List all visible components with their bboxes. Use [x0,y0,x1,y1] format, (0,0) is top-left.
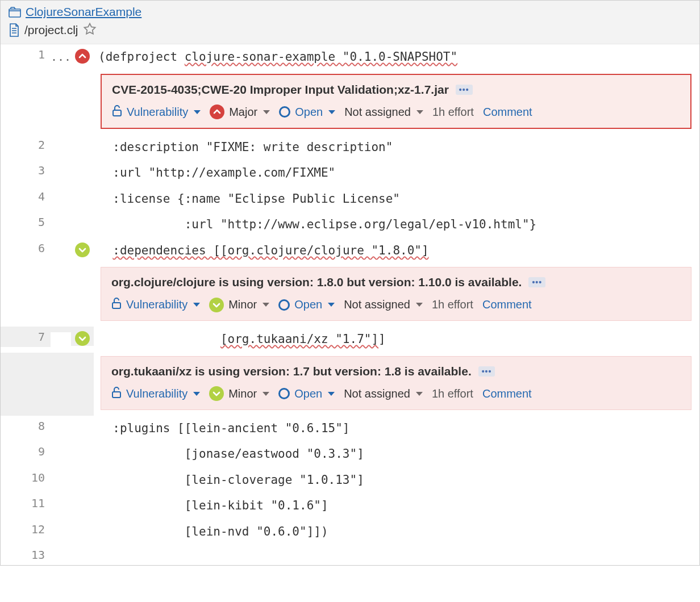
file-header: ClojureSonarExample /project.clj [1,1,699,44]
line-number[interactable]: 10 [1,467,51,488]
source-viewer: ClojureSonarExample /project.clj 1 ... [0,0,700,566]
issue-actions-menu[interactable]: ••• [478,366,495,377]
code-text: [lein-cloverage "1.0.13"] [94,467,699,494]
status-open-icon [278,388,290,399]
issue-card[interactable]: org.tukaani/xz is using version: 1.7 but… [1,353,699,416]
code-text: :plugins [[lein-ancient "0.6.15"] [94,416,699,442]
line-number[interactable]: 7 [1,327,51,347]
issue-status-dropdown[interactable]: Open [278,298,335,311]
line-number[interactable]: 9 [1,441,51,462]
severity-minor-icon [75,243,90,257]
issue-assignee-dropdown[interactable]: Not assigned [344,106,423,119]
caret-down-icon [193,303,200,307]
issue-type-dropdown[interactable]: Vulnerability [112,104,201,120]
unlock-icon [112,104,122,120]
line-number[interactable]: 11 [1,493,51,513]
project-icon [9,6,21,18]
code-text: :license {:name "Eclipse Public License" [94,186,699,212]
unlock-icon [111,386,122,402]
caret-down-icon [328,392,335,396]
issue-comment-link[interactable]: Comment [482,298,532,311]
line-number[interactable]: 8 [1,416,51,436]
caret-down-icon [262,303,269,307]
line-number[interactable]: 1 [1,44,51,65]
issue-title[interactable]: CVE-2015-4035;CWE-20 Improper Input Vali… [112,83,449,97]
file-path-row: /project.clj [9,22,691,38]
severity-major-icon [75,49,90,64]
line-number[interactable]: 2 [1,135,51,155]
code-line: 2 :description "FIXME: write description… [1,135,699,161]
code-line: 5 :url "http://www.eclipse.org/legal/epl… [1,212,699,238]
issue-comment-link[interactable]: Comment [482,387,532,400]
issue-severity-dropdown[interactable]: Major [210,104,270,119]
status-open-icon [279,106,290,118]
caret-down-icon [416,303,423,307]
issue-card[interactable]: org.clojure/clojure is using version: 1.… [101,267,691,321]
issue-assignee-dropdown[interactable]: Not assigned [344,387,423,400]
code-line: 6 :dependencies [[org.clojure/clojure "1… [1,238,699,264]
issue-type-dropdown[interactable]: Vulnerability [111,297,200,312]
code-line: 13 [1,545,699,565]
issue-title[interactable]: org.clojure/clojure is using version: 1.… [111,275,522,289]
code-line: 1 ... (defproject clojure-sonar-example … [1,44,699,70]
issue-severity-dropdown[interactable]: Minor [209,386,269,401]
code-line: 10 [lein-cloverage "1.0.13"] [1,467,699,494]
caret-down-icon [262,392,269,396]
issue-severity-dropdown[interactable]: Minor [209,298,269,312]
caret-down-icon [263,110,270,114]
file-path: /project.clj [24,23,78,37]
fold-toggle[interactable]: ... [51,44,71,64]
issue-title[interactable]: org.tukaani/xz is using version: 1.7 but… [111,365,472,378]
severity-major-icon [210,104,224,119]
code-text: :dependencies [[org.clojure/clojure "1.8… [94,238,699,264]
line-number[interactable]: 6 [1,238,51,258]
issue-actions-menu[interactable]: ••• [456,85,473,95]
code-line: 11 [lein-kibit "0.1.6"] [1,493,699,519]
line-severity[interactable] [71,44,94,64]
svg-rect-0 [9,9,20,17]
issue-comment-link[interactable]: Comment [483,106,532,119]
code-line: 4 :license {:name "Eclipse Public Licens… [1,186,699,212]
code-text: :url "http://example.com/FIXME" [94,160,699,186]
line-number[interactable]: 12 [1,519,51,540]
caret-down-icon [328,303,335,307]
favorite-star-icon[interactable] [83,22,97,38]
severity-minor-icon [75,331,90,346]
code-text: [lein-kibit "0.1.6"] [94,493,699,519]
line-severity[interactable] [71,327,94,346]
code-text: (defproject clojure-sonar-example "0.1.0… [94,44,699,70]
issue-actions-menu[interactable]: ••• [528,277,545,287]
caret-down-icon [193,392,200,396]
line-number[interactable]: 5 [1,212,51,232]
project-link[interactable]: ClojureSonarExample [26,5,141,19]
svg-rect-1 [113,110,121,116]
status-open-icon [278,299,290,311]
svg-rect-2 [113,303,120,308]
issue-type-dropdown[interactable]: Vulnerability [111,386,200,402]
code-text: [jonase/eastwood "0.3.3"] [94,441,699,467]
ellipsis-icon: ••• [459,86,469,94]
code-area: 1 ... (defproject clojure-sonar-example … [1,44,699,565]
code-text: :url "http://www.eclipse.org/legal/epl-v… [94,212,699,238]
caret-down-icon [416,110,423,114]
issue-status-dropdown[interactable]: Open [279,106,335,119]
issue-status-dropdown[interactable]: Open [278,387,335,400]
issue-assignee-dropdown[interactable]: Not assigned [344,298,423,311]
issue-card[interactable]: CVE-2015-4035;CWE-20 Improper Input Vali… [101,74,691,129]
line-number[interactable]: 4 [1,186,51,207]
issue-effort: 1h effort [432,106,474,119]
severity-minor-icon [209,298,224,312]
caret-down-icon [416,392,423,396]
severity-minor-icon [209,386,224,401]
ellipsis-icon: ••• [532,278,542,286]
issue-effort: 1h effort [432,387,473,400]
code-line: 3 :url "http://example.com/FIXME" [1,160,699,186]
caret-down-icon [328,110,335,114]
ellipsis-icon: ••• [482,367,492,375]
line-number[interactable]: 13 [1,545,51,565]
code-text: [lein-nvd "0.6.0"]]) [94,519,699,545]
code-text [94,545,699,553]
line-severity[interactable] [71,238,94,257]
line-number[interactable]: 3 [1,160,51,181]
file-icon [9,23,20,37]
